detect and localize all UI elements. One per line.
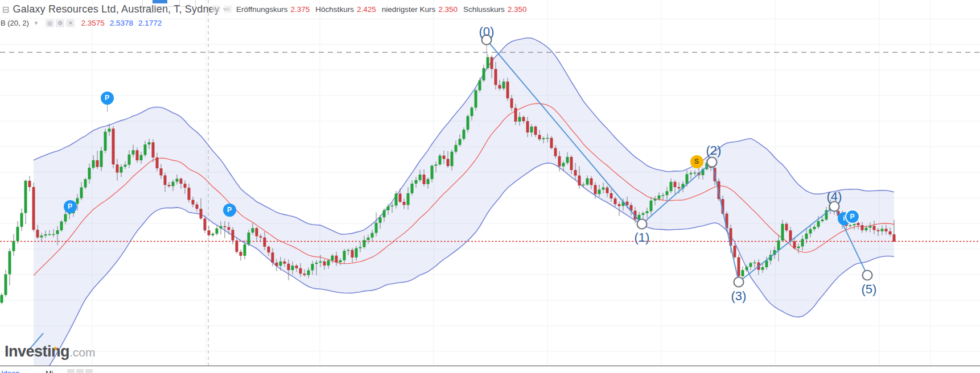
wave-point-handle: [707, 158, 717, 167]
p-marker[interactable]: P: [64, 200, 77, 213]
p-marker[interactable]: P: [101, 92, 114, 105]
close-icon[interactable]: ✕: [66, 19, 75, 27]
symbol-icon: ⊟: [2, 5, 10, 15]
indicator-value: 2.1772: [138, 19, 162, 27]
indicator-values: 2.35752.53782.1772: [81, 19, 167, 27]
wave-label: (3): [731, 289, 747, 303]
marker-pointer-line: [107, 105, 108, 112]
time-axis-footer: Ideen Mi: [0, 366, 980, 373]
footer-box-stub: [67, 369, 75, 373]
s-marker[interactable]: S: [690, 155, 703, 168]
footer-box-stub: [85, 369, 93, 373]
gear-icon[interactable]: ⚙: [224, 5, 232, 13]
ohlc-label: Eröffnungskurs: [236, 5, 288, 14]
p-marker[interactable]: P: [223, 204, 236, 217]
wave-label: (5): [862, 282, 877, 296]
footer-link-stub[interactable]: Ideen: [1, 369, 20, 373]
wave-point-handle: [734, 277, 744, 287]
indicator-value: 2.5378: [110, 19, 133, 27]
eye-icon[interactable]: ◎: [46, 19, 54, 27]
logo-suffix: .com: [69, 346, 96, 359]
footer-box-stub: [76, 369, 84, 373]
symbol-row-icons: ◎ ⚙: [212, 5, 234, 13]
symbol-title[interactable]: Galaxy Resources Ltd, Australien, T, Syd…: [13, 3, 220, 15]
wave-label: (1): [635, 230, 650, 244]
wave-label: (0): [479, 24, 495, 39]
logo-orange-dot: [54, 347, 57, 350]
ohlc-label: niedrigster Kurs: [382, 5, 436, 14]
investing-logo: Investing.com: [5, 343, 96, 360]
wave-label: (4): [827, 189, 842, 204]
price-chart[interactable]: (0)(1)(2)(3)(4)(5): [0, 0, 980, 366]
chart-window: { "header": { "symbol_icon": "⊟", "symbo…: [0, 0, 980, 373]
footer-text-stub: Mi: [46, 369, 53, 373]
wave-point-handle: [637, 219, 647, 229]
wave-point-handle: [863, 271, 872, 280]
ohlc-label: Schlusskurs: [463, 5, 505, 14]
indicator-row: B (20, 2) ▾ ◎ ⚙ ✕ 2.35752.53782.1772: [1, 19, 167, 27]
ohlc-value: 2.350: [508, 5, 527, 14]
ohlc-value: 2.375: [291, 5, 310, 14]
indicator-label[interactable]: B (20, 2): [1, 19, 29, 27]
symbol-row: ⊟ Galaxy Resources Ltd, Australien, T, S…: [2, 3, 227, 15]
gear-icon[interactable]: ⚙: [56, 19, 64, 27]
wave-label: (2): [706, 143, 722, 158]
logo-text: Investing: [5, 343, 69, 360]
eye-icon[interactable]: ◎: [212, 5, 220, 13]
indicator-value: 2.3575: [81, 19, 104, 27]
p-marker[interactable]: P: [845, 209, 860, 224]
ohlc-value: 2.425: [357, 5, 376, 14]
chevron-down-icon[interactable]: ▾: [35, 19, 38, 27]
ohlc-value: 2.350: [438, 5, 458, 14]
ohlc-legend: Eröffnungskurs2.375Höchstkurs2.425niedri…: [236, 5, 533, 14]
ohlc-label: Höchstkurs: [315, 5, 354, 14]
